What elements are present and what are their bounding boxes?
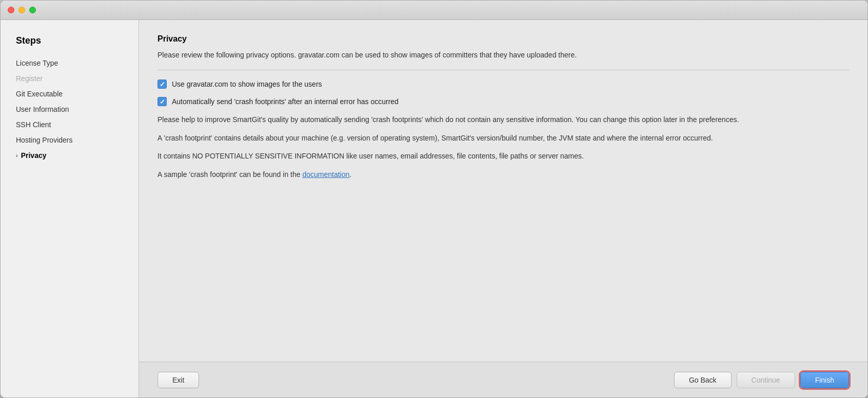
sidebar-item-hosting-providers[interactable]: Hosting Providers — [1, 132, 139, 148]
continue-button: Continue — [737, 372, 795, 388]
footer-left: Exit — [157, 372, 199, 388]
body-text-4-suffix: . — [349, 170, 351, 178]
sidebar-item-license-type[interactable]: License Type — [1, 55, 139, 71]
crash-footprint-checkbox-label: Automatically send 'crash footprints' af… — [172, 97, 399, 106]
sidebar-title: Steps — [1, 35, 139, 55]
finish-button[interactable]: Finish — [800, 372, 849, 388]
section-title: Privacy — [157, 34, 849, 44]
go-back-button[interactable]: Go Back — [674, 372, 732, 388]
gravatar-checkbox[interactable]: ✓ — [157, 79, 167, 89]
sidebar-item-git-executable[interactable]: Git Executable — [1, 86, 139, 102]
sidebar-item-label: Git Executable — [16, 90, 63, 98]
minimize-button[interactable] — [18, 7, 25, 13]
body-text-2: A 'crash footprint' contains details abo… — [157, 133, 849, 144]
body-text-4-prefix: A sample 'crash footprint' can be found … — [157, 170, 302, 178]
gravatar-checkbox-label: Use gravatar.com to show images for the … — [172, 80, 322, 88]
sidebar-item-ssh-client[interactable]: SSH Client — [1, 117, 139, 132]
sidebar-item-label: Hosting Providers — [16, 136, 73, 144]
close-button[interactable] — [8, 7, 14, 13]
crash-footprint-checkbox[interactable]: ✓ — [157, 97, 167, 106]
sidebar-item-register[interactable]: Register — [1, 71, 139, 86]
exit-button[interactable]: Exit — [157, 372, 199, 388]
main-window: Steps License Type Register Git Executab… — [0, 0, 868, 398]
divider — [157, 70, 849, 70]
documentation-link[interactable]: documentation — [302, 170, 349, 178]
window-body: Steps License Type Register Git Executab… — [1, 20, 867, 397]
body-text-3: It contains NO POTENTIALLY SENSITIVE INF… — [157, 151, 849, 162]
sidebar-item-privacy[interactable]: › Privacy — [1, 148, 139, 163]
chevron-right-icon: › — [16, 152, 18, 158]
sidebar-item-label: SSH Client — [16, 121, 51, 129]
sidebar-item-label: License Type — [16, 59, 58, 67]
checkmark-icon: ✓ — [160, 81, 165, 88]
sidebar-item-user-information[interactable]: User Information — [1, 102, 139, 117]
gravatar-checkbox-row: ✓ Use gravatar.com to show images for th… — [157, 79, 849, 89]
traffic-lights — [8, 7, 36, 13]
sidebar: Steps License Type Register Git Executab… — [1, 20, 139, 397]
body-text-1: Please help to improve SmartGit's qualit… — [157, 114, 849, 126]
body-text-4: A sample 'crash footprint' can be found … — [157, 169, 849, 181]
titlebar — [1, 1, 867, 20]
intro-text: Please review the following privacy opti… — [157, 50, 849, 61]
sidebar-item-label: Privacy — [21, 151, 47, 160]
sidebar-item-label: Register — [16, 74, 43, 83]
footer-right: Go Back Continue Finish — [674, 372, 849, 388]
content-area: Privacy Please review the following priv… — [139, 20, 867, 362]
maximize-button[interactable] — [29, 7, 36, 13]
crash-footprint-checkbox-row: ✓ Automatically send 'crash footprints' … — [157, 97, 849, 106]
checkmark-icon: ✓ — [160, 98, 165, 105]
main-content: Privacy Please review the following priv… — [139, 20, 867, 397]
sidebar-item-label: User Information — [16, 105, 69, 113]
footer: Exit Go Back Continue Finish — [139, 362, 867, 397]
